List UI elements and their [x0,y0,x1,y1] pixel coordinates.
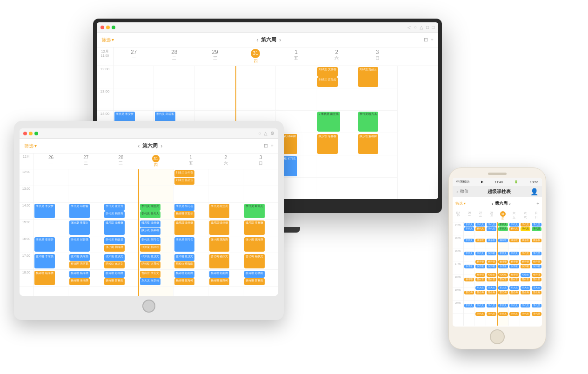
pc5-e2000b[interactable]: 李代灵 [509,312,519,316]
t3-evt-1800[interactable]: 杨诗珊 彩南腾 [104,271,125,278]
copy-icon[interactable]: ⊡ [424,37,428,43]
t2-evt-1600[interactable]: 李代灵 邱碧茂 [69,237,90,252]
event-sat-1500-1[interactable]: 娥乐双 绿棒樨 [317,134,338,154]
pc6-e2000b[interactable]: 李代灵 [521,312,530,316]
t4-evt-1600b[interactable]: 张沛凝 初冰松 [140,245,160,252]
event-sat-1200-2[interactable]: 刘绿兰 贡品云 [317,77,338,87]
tablet-close[interactable] [23,132,27,135]
tablet-filter-button[interactable]: 筛选 ▾ [24,143,37,149]
t6-evt-1400[interactable]: 李代灵 南芷亮 [209,204,230,218]
t2-evt-1800[interactable]: 杨诗珊 杨海腾 [69,271,90,278]
t4-evt-1700b[interactable]: 纪松纹 大茂松 [140,261,160,268]
maximize-dot[interactable] [112,26,115,29]
tablet-copy-icon[interactable]: ⊡ [264,143,268,149]
pc2-e1400a[interactable]: 李代灵 [475,223,485,227]
pc7-e1700[interactable]: 张沛凝 [532,265,541,268]
t3-evt-1600b[interactable]: 张小飓 初海腾 [104,245,125,252]
phone-filter[interactable]: 筛选 ▾ [455,201,466,206]
pc3-e2000[interactable]: 李代灵 [487,304,496,307]
t5-evt-1500[interactable]: 娥乐双 绿棒樨 [174,220,195,235]
pc4-e2000b[interactable]: 李代灵 [498,312,508,316]
pc7-e2000[interactable]: 李代灵 [532,304,541,307]
pc7-e1500[interactable]: 娥乐双 [532,239,541,242]
tablet-min[interactable] [29,132,33,135]
pc4-e1400a[interactable]: 李代灵 [498,223,508,227]
t6-evt-1800[interactable]: 杨诗珊 彩南腾 [209,271,230,278]
event-sat-1400-1[interactable]: + 李代灵 南芷亮 [317,112,340,132]
t5-evt-1700b[interactable]: 纪松纹 橙海南 [174,261,195,268]
t3-evt-1400b[interactable]: 李代灵 初开升 [104,211,125,218]
pc2-e1400b[interactable]: 杨代灵 [475,227,485,231]
t2-evt-1800b[interactable]: 杨诗珊 海南腾 [69,278,90,285]
t3-evt-1800b[interactable]: 杨诗珊 苗树南 [104,278,125,285]
pc2-e2000b[interactable]: 李代灵 [475,312,485,316]
pc2-e1500[interactable]: 娥乐双 [475,239,485,242]
t5-evt-1400[interactable]: 李代灵 胡巧岳 [174,204,195,211]
tablet-prev-week[interactable]: ‹ [138,143,140,149]
pc5-e1400a[interactable]: 李代灵 [509,223,519,227]
pc1-e1700[interactable]: 张沛凝 [464,265,474,268]
pc5-e1700[interactable]: 张沛凝 [509,265,519,268]
pc6-e1700[interactable]: 张沛凝 [521,265,530,268]
t5-evt-1800b[interactable]: 杨诗珊 苗海树 [174,278,195,285]
t6-evt-1700[interactable]: 曹亿梅 秘执文 [209,254,230,268]
pc6-e1800[interactable]: 曹白管 [521,278,530,281]
t3-evt-1600a[interactable]: 李代灵 初曾居 [104,237,125,244]
t5-evt-1800[interactable]: 杨诗珊 彩南腾 [174,271,195,278]
event-sat-1200-1[interactable]: 刘绿兰 文件香 [317,67,338,77]
t2-evt-1400[interactable]: 李代灵 邱碧蓄 [69,204,90,218]
t2-evt-1700[interactable]: 张沛凝 美东美 [69,254,90,261]
pc6-e1500[interactable]: 娥乐双 [521,239,530,242]
pc1-e1400a[interactable]: 李代灵 [464,223,474,227]
phone-prev[interactable]: ‹ [492,201,493,206]
t5-evt-1200[interactable]: 刘绿兰 文件香 [174,170,195,177]
event-sun-1200-1[interactable]: 刘绿兰 贡品云 [358,67,379,87]
close-dot[interactable] [100,26,104,29]
pc6-e1600[interactable]: 李代灵 [521,252,530,255]
t7-evt-1800[interactable]: 杨诗珊 彩腾南 [244,271,265,278]
tablet-home-button[interactable] [142,300,155,313]
pc4-e1700[interactable]: 张沛凝 [498,265,508,268]
t5-evt-1200b[interactable]: 刘绿兰 贡品云 [174,178,195,185]
pc1-e1400b[interactable]: 李代灵 [464,227,474,231]
t3-evt-1700[interactable]: 张沛凝 重茂文 [104,254,125,261]
t1-evt-1800[interactable]: 杨诗珊 杨海腾 [34,271,55,285]
t1-evt-1400[interactable]: 李代灵 李安梦 [34,204,55,218]
pc1-e1600[interactable]: 李代灵 [464,252,474,255]
event-sun-1500-1[interactable]: 娥乐双 童樨樨 [358,134,379,154]
pc4-e2000[interactable]: 李代灵 [498,304,508,307]
pc4-e1400b[interactable]: 李代灵 [498,227,508,231]
t6-evt-1800b[interactable]: 杨诗珊 苗腾树 [209,278,230,285]
t2-evt-1700b[interactable]: 格诗理 活河风 [69,261,90,268]
t7-evt-1400[interactable]: 李代灵 盼凡儿 [244,204,265,218]
filter-button[interactable]: 筛选 ▾ [101,37,114,43]
tablet-max[interactable] [34,132,38,135]
pc7-e1400b[interactable]: 李代灵 [532,227,541,231]
pc4-e1900[interactable]: 曹亿梅 [498,291,508,294]
pc6-e1400b[interactable]: 李代灵 [521,227,530,231]
t4-evt-1400[interactable]: 李代灵 南芷亮 [140,204,160,211]
tablet-add-icon[interactable]: + [271,143,274,149]
pc3-e1900[interactable]: 曹亿梅 [487,291,496,294]
tablet-next-week[interactable]: › [160,143,162,149]
next-week-button[interactable]: › [279,37,281,43]
pc4-e1800[interactable]: 曹白管 [498,278,508,281]
pc3-e1500[interactable]: 娥乐双 [487,239,496,242]
t4-evt-1500[interactable]: 娥乐双 绿棒樨 [140,220,160,227]
pc5-e1800[interactable]: 曹白管 [509,278,519,281]
event-sun-1400-1[interactable]: 李代灵 盼凡儿 [358,112,379,132]
pc5-e1600[interactable]: 李代灵 [509,252,519,255]
phone-home-button[interactable] [490,329,505,344]
pc7-e1800[interactable]: 曹白管 [532,278,541,281]
pc6-e1400a[interactable]: 李代灵 [521,223,530,227]
pc7-e1400a[interactable]: 李代灵 [532,223,541,227]
t4-evt-1400b[interactable]: 李代灵 盼凡儿 [140,211,160,218]
t3-evt-1700b[interactable]: 纪松纹 东大文 [104,261,125,268]
pc7-e1900[interactable]: 曹亿梅 [532,291,541,294]
t5-evt-1400b[interactable]: 杨诗珊 李宝华 [174,211,195,218]
pc4-e1600[interactable]: 李代灵 [498,252,508,255]
t4-evt-1600[interactable]: 李代灵 胡巧岳 [140,237,160,244]
pc3-e1800[interactable]: 曹白管 [487,278,496,281]
t6-evt-1600[interactable]: 张小飓 茂海腾 [209,237,230,252]
back-icon[interactable]: ‹ [456,189,458,194]
